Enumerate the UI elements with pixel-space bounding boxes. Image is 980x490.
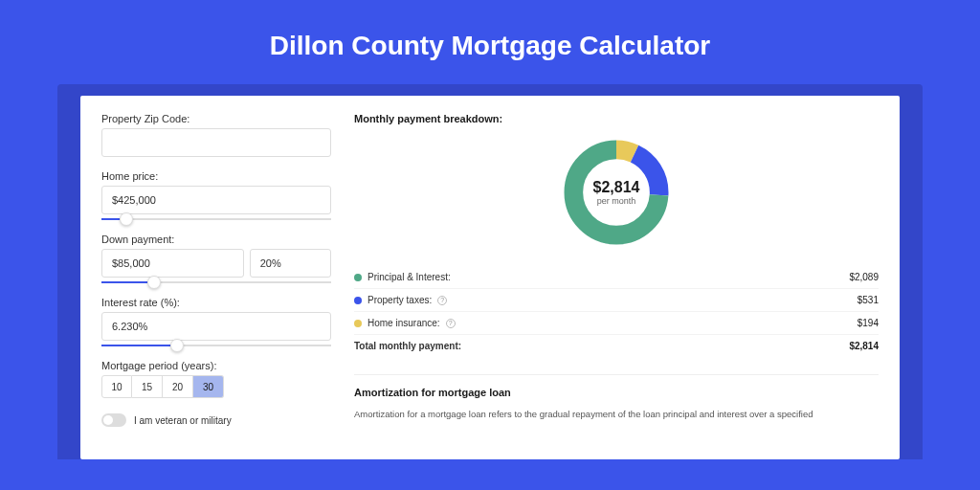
mortgage-period-field: Mortgage period (years): 10 15 20 30	[101, 360, 331, 398]
total-value: $2,814	[849, 341, 879, 351]
legend-value: $531	[858, 295, 879, 305]
period-btn-15[interactable]: 15	[132, 375, 163, 398]
veteran-toggle[interactable]	[101, 413, 126, 427]
mortgage-period-label: Mortgage period (years):	[101, 360, 331, 371]
down-payment-label: Down payment:	[101, 234, 331, 245]
legend-value: $194	[858, 318, 879, 328]
legend-label: Property taxes:	[368, 295, 432, 305]
interest-rate-input[interactable]	[101, 312, 331, 341]
home-price-label: Home price:	[101, 170, 331, 182]
info-icon[interactable]: ?	[437, 296, 447, 305]
breakdown-title: Monthly payment breakdown:	[354, 113, 879, 124]
interest-rate-label: Interest rate (%):	[101, 297, 331, 308]
period-btn-10[interactable]: 10	[101, 375, 132, 398]
dot-blue-icon	[354, 297, 362, 304]
legend-row-total: Total monthly payment: $2,814	[354, 334, 879, 357]
down-payment-pct-input[interactable]	[250, 249, 331, 278]
home-price-field: Home price:	[101, 170, 331, 220]
calculator-body: Property Zip Code: Home price: Down paym…	[80, 96, 900, 459]
home-price-input[interactable]	[101, 186, 331, 214]
form-column: Property Zip Code: Home price: Down paym…	[101, 113, 331, 442]
zip-input[interactable]	[101, 128, 331, 157]
veteran-toggle-row: I am veteran or military	[101, 413, 331, 427]
dot-green-icon	[354, 274, 362, 281]
calculator-card: Property Zip Code: Home price: Down paym…	[57, 84, 923, 459]
legend-row-principal: Principal & Interest: $2,089	[354, 266, 879, 288]
amortization-text: Amortization for a mortgage loan refers …	[354, 408, 879, 420]
period-button-group: 10 15 20 30	[101, 375, 331, 398]
dot-yellow-icon	[354, 320, 362, 327]
legend-label: Home insurance:	[368, 318, 440, 328]
zip-label: Property Zip Code:	[101, 113, 331, 124]
legend-row-taxes: Property taxes: ? $531	[354, 288, 879, 311]
total-label: Total monthly payment:	[354, 341, 461, 351]
interest-rate-slider[interactable]	[101, 345, 331, 346]
veteran-label: I am veteran or military	[134, 415, 232, 426]
interest-rate-field: Interest rate (%):	[101, 297, 331, 346]
breakdown-column: Monthly payment breakdown: $2,814 per mo…	[354, 113, 879, 442]
amortization-title: Amortization for mortgage loan	[354, 387, 879, 398]
down-payment-slider[interactable]	[101, 281, 331, 283]
home-price-slider[interactable]	[101, 218, 331, 220]
zip-field: Property Zip Code:	[101, 113, 331, 157]
amortization-section: Amortization for mortgage loan Amortizat…	[354, 374, 879, 420]
donut-chart: $2,814 per month	[560, 136, 673, 249]
legend-value: $2,089	[849, 272, 879, 282]
period-btn-30[interactable]: 30	[193, 375, 224, 398]
page-title: Dillon County Mortgage Calculator	[0, 0, 980, 84]
donut-sub: per month	[597, 196, 636, 206]
donut-total: $2,814	[593, 179, 640, 196]
legend: Principal & Interest: $2,089 Property ta…	[354, 266, 879, 357]
down-payment-input[interactable]	[101, 249, 244, 278]
down-payment-field: Down payment:	[101, 234, 331, 283]
legend-row-insurance: Home insurance: ? $194	[354, 311, 879, 334]
info-icon[interactable]: ?	[446, 319, 456, 328]
legend-label: Principal & Interest:	[368, 272, 451, 282]
donut-chart-wrap: $2,814 per month	[354, 136, 879, 249]
period-btn-20[interactable]: 20	[163, 375, 193, 398]
